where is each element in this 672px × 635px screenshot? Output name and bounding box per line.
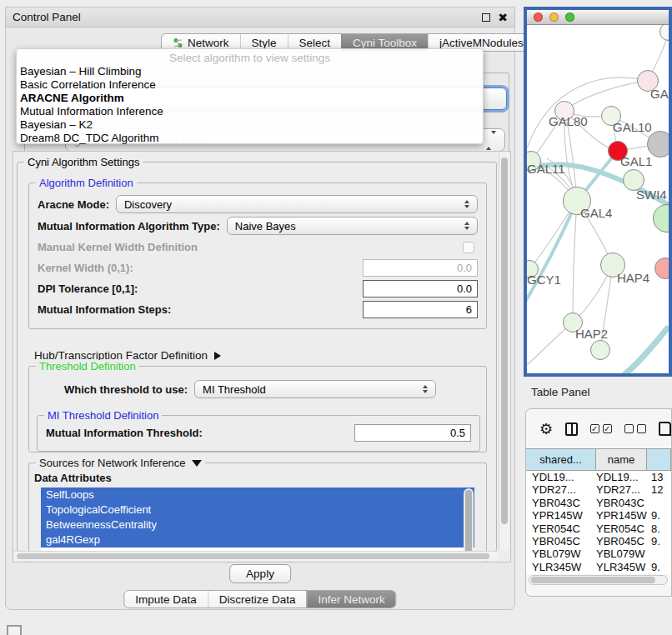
popup-item[interactable]: Basic Correlation Inference <box>17 78 483 92</box>
table-row[interactable]: YDL19...YDL19...13 <box>526 471 671 483</box>
node-label: HAP2 <box>575 327 608 341</box>
table-row[interactable]: YBR045CYBR045C9. <box>526 535 671 548</box>
minimized-panel-icon[interactable] <box>7 625 22 635</box>
settings-vertical-scrollbar[interactable] <box>499 152 509 550</box>
tab-discretize-data[interactable]: Discretize Data <box>208 591 307 608</box>
settings-gear-icon[interactable]: ⚙ <box>539 422 553 437</box>
sources-group: Sources for Network Inference Data Attri… <box>28 462 487 562</box>
mi-steps-label: Mutual Information Steps: <box>38 303 171 316</box>
table-panel-title: Table Panel <box>531 386 590 398</box>
table-row[interactable]: YBL079WYBL079W <box>526 548 671 560</box>
kernel-width-field[interactable]: 0.0 <box>363 259 478 277</box>
which-threshold-combobox[interactable]: MI Threshold <box>194 380 436 398</box>
table-row[interactable]: YDR27...YDR27...12 <box>526 483 671 496</box>
threshold-definition-group: Threshold Definition Which threshold to … <box>28 366 487 452</box>
popup-item[interactable]: Mutual Information Inference <box>17 105 483 118</box>
attribute-item[interactable]: BetweennessCentrality <box>41 518 474 532</box>
node-label: GAL10 <box>613 120 652 134</box>
table-row[interactable]: YIL052CYIL052C9 <box>526 573 671 574</box>
bottom-tabbar: Impute DataDiscretize DataInfer Network <box>123 590 396 608</box>
tab-label: Network <box>188 37 229 49</box>
control-panel-window: Control Panel ✖ NetworkStyleSelectCyni T… <box>5 7 515 610</box>
deselect-checkboxes-icon[interactable] <box>624 424 646 433</box>
control-panel-titlebar: Control Panel ✖ <box>6 8 514 28</box>
attribute-item[interactable]: TopologicalCoefficient <box>41 502 474 518</box>
cell-shared-name: YLR345W <box>526 561 596 573</box>
network-node[interactable] <box>647 131 669 158</box>
mi-algorithm-type-combobox[interactable]: Naive Bayes <box>227 217 478 235</box>
dpi-tolerance-field[interactable]: 0.0 <box>363 280 478 298</box>
table-row[interactable]: YER054CYER054C8. <box>526 522 671 535</box>
tab-label: jActiveMNodules <box>439 37 524 49</box>
mi-threshold-title: MI Threshold Definition <box>44 409 162 422</box>
cell-value: 13 <box>647 471 671 483</box>
list-scrollbar[interactable] <box>464 488 474 557</box>
table-horizontal-scrollbar[interactable] <box>529 575 668 585</box>
split-columns-icon[interactable] <box>565 422 578 436</box>
manual-kernel-width-checkbox[interactable] <box>463 242 474 253</box>
cell-value: 9 <box>647 573 671 574</box>
tab-infer-network[interactable]: Infer Network <box>306 591 395 608</box>
cell-name: YER054C <box>596 522 647 535</box>
which-threshold-value: MI Threshold <box>203 383 266 396</box>
network-node[interactable] <box>590 340 610 360</box>
node-label: HAP4 <box>617 271 649 285</box>
cell-shared-name: YER054C <box>526 522 596 535</box>
which-threshold-label: Which threshold to use: <box>64 383 188 396</box>
cell-shared-name: YBR045C <box>526 535 596 548</box>
mi-algorithm-type-label: Mutual Information Algorithm Type: <box>38 220 220 232</box>
column-header-shared[interactable]: shared... <box>526 449 596 470</box>
table-row[interactable]: YLR345WYLR345W9. <box>526 561 671 573</box>
cell-name: YDL19... <box>596 471 647 483</box>
popup-item[interactable]: Dream8 DC_TDC Algorithm <box>17 132 483 145</box>
node-label: GAL1 <box>620 154 652 168</box>
node-label: GAL4 <box>580 206 612 220</box>
cell-shared-name: YIL052C <box>526 573 596 574</box>
attribute-item[interactable]: SelfLoops <box>41 488 474 502</box>
column-header-partial[interactable] <box>647 449 671 470</box>
network-tab-icon <box>173 38 183 48</box>
table-header-row[interactable]: shared... name <box>526 448 671 471</box>
cell-name: YIL052C <box>596 573 647 574</box>
document-icon[interactable] <box>659 422 671 436</box>
collapse-arrow-icon[interactable] <box>192 460 202 467</box>
node-label: GAL <box>650 87 669 101</box>
mi-threshold-group: MI Threshold Definition Mutual Informati… <box>37 415 480 452</box>
data-attributes-list[interactable]: SelfLoopsTopologicalCoefficientBetweenne… <box>41 488 474 558</box>
settings-horizontal-scrollbar[interactable] <box>14 551 498 561</box>
cyni-algorithm-settings-group: Cyni Algorithm Settings Algorithm Defini… <box>17 162 497 552</box>
popup-item[interactable]: ARACNE Algorithm <box>17 92 483 105</box>
popup-placeholder: Select algorithm to view settings <box>17 52 483 65</box>
cyni-settings-title: Cyni Algorithm Settings <box>24 156 143 168</box>
popup-item[interactable]: Bayesian – Hill Climbing <box>17 65 483 78</box>
network-window-titlebar <box>527 10 669 25</box>
tab-impute-data[interactable]: Impute Data <box>124 591 208 608</box>
data-attributes-label: Data Attributes <box>34 472 486 484</box>
aracne-mode-combobox[interactable]: Discovery <box>116 195 478 213</box>
apply-button[interactable]: Apply <box>229 564 291 583</box>
node-label: SWI4 <box>636 188 667 202</box>
close-traffic-light-icon[interactable] <box>534 12 543 22</box>
table-panel-window: ⚙ ✓✓ shared... name YDL19...YDL19...13YD… <box>525 408 672 597</box>
expand-arrow-icon[interactable] <box>214 352 221 360</box>
close-icon[interactable]: ✖ <box>498 13 508 22</box>
node-label: GCY1 <box>527 272 561 287</box>
table-body[interactable]: YDL19...YDL19...13YDR27...YDR27...12YBR0… <box>526 471 671 574</box>
popup-item[interactable]: Bayesian – K2 <box>17 118 483 132</box>
table-row[interactable]: YBR043CYBR043C <box>526 497 671 509</box>
mi-threshold-field[interactable]: 0.5 <box>354 424 471 442</box>
aracne-mode-label: Aracne Mode: <box>38 198 109 211</box>
attribute-item[interactable]: gal4RGexp <box>41 532 474 548</box>
mi-steps-field[interactable]: 6 <box>363 301 478 318</box>
network-view-window[interactable]: GALGAL80GAL10GAL1GAL11SWI4GAL4GCY1HAP4YH… <box>524 7 672 377</box>
float-window-icon[interactable] <box>482 13 490 22</box>
column-header-name[interactable]: name <box>596 449 647 470</box>
cell-value: 9. <box>647 509 671 522</box>
dpi-tolerance-label: DPI Tolerance [0,1]: <box>38 282 138 295</box>
minimize-traffic-light-icon[interactable] <box>549 12 559 22</box>
network-canvas[interactable]: GALGAL80GAL10GAL1GAL11SWI4GAL4GCY1HAP4YH… <box>527 25 669 373</box>
table-toolbar: ⚙ ✓✓ <box>526 409 671 448</box>
select-all-checkboxes-icon[interactable]: ✓✓ <box>590 424 612 433</box>
zoom-traffic-light-icon[interactable] <box>565 12 574 22</box>
table-row[interactable]: YPR145WYPR145W9. <box>526 509 671 522</box>
